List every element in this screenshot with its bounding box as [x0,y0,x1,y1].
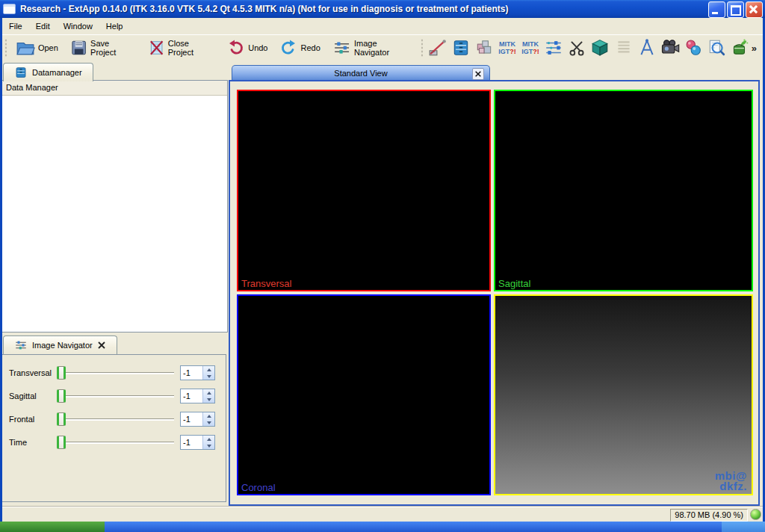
slider-handle[interactable] [57,412,66,426]
close-button[interactable] [746,1,763,18]
save-project-button[interactable]: Save Project [66,37,140,59]
close-project-label: Close Project [168,39,215,57]
redo-button[interactable]: Redo [275,37,324,59]
maximize-icon [731,5,741,16]
tab-datamanager[interactable]: Datamanager [3,63,93,81]
frontal-spin-input[interactable] [181,412,202,426]
measurement-button[interactable] [427,37,448,59]
menu-help[interactable]: Help [99,19,130,33]
basket-button[interactable] [729,37,751,59]
datastorage-button[interactable] [450,37,471,59]
spin-down-button[interactable] [203,442,214,449]
tab-standard-view[interactable]: Standard View [232,65,490,80]
redo-arrow-icon [279,39,297,57]
viewport-transversal[interactable]: Transversal [237,90,491,291]
taskbar-tray[interactable] [722,522,765,532]
slider-track[interactable] [57,418,174,421]
transversal-slider[interactable] [57,365,174,381]
maximize-button[interactable] [727,1,744,18]
image-navigator-label: Image Navigator [354,39,412,57]
mbi-dkfz-watermark: mbi@ dkfz. [715,471,747,492]
memory-led-icon [750,509,761,520]
spin-up-button[interactable] [203,366,214,373]
compass-icon [637,38,657,58]
open-button[interactable]: Open [11,36,63,60]
down-arrow-icon [207,375,211,378]
transversal-spin-input[interactable] [181,366,202,380]
slider-handle[interactable] [57,389,66,403]
frontal-slider-label: Frontal [2,415,57,424]
slider-handle[interactable] [57,366,66,380]
viewport-3d[interactable]: mbi@ dkfz. [494,294,753,496]
toolbar-grip[interactable] [4,38,7,58]
up-arrow-icon [207,368,211,371]
mitk-igt-tracking-icon: MITK IGT?! [498,40,516,55]
undo-label: Undo [248,43,267,52]
close-document-icon [148,39,165,57]
tab-image-navigator[interactable]: Image Navigator [3,335,117,354]
image-statistics-button[interactable] [705,37,727,59]
close-view-icon [474,70,482,78]
movie-maker-button[interactable] [659,37,681,59]
image-navigator-panel: Transversal Sagittal Frontal [1,354,226,502]
datamanager-tree[interactable] [2,96,227,332]
toolbar: Open Save Project Close Project Undo [2,34,763,61]
minimize-button[interactable] [708,1,725,18]
mitk-igt-tracking-button[interactable]: MITK IGT?! [496,37,518,59]
floppy-disk-icon [70,39,87,57]
sagittal-slider[interactable] [57,388,174,404]
time-slider-label: Time [2,438,57,447]
viewport-sagittal[interactable]: Sagittal [494,90,753,291]
open-label: Open [38,43,58,52]
spin-up-button[interactable] [203,389,214,396]
slider-handle[interactable] [57,436,66,449]
datastorage-drawer-icon [451,38,471,58]
point-spheres-icon [684,38,703,58]
measurement-pen-icon [428,38,447,58]
spin-up-button[interactable] [203,412,214,419]
close-panel-icon[interactable] [97,341,106,350]
volume-cubes-icon [474,38,494,58]
down-arrow-icon [207,445,211,448]
close-project-button[interactable]: Close Project [143,37,220,59]
menu-window[interactable]: Window [57,19,99,33]
logging-button[interactable] [613,37,634,59]
time-slider[interactable] [57,434,174,451]
cube-view-button[interactable] [589,37,611,59]
up-arrow-icon [207,415,211,418]
segmentation-button[interactable] [566,37,588,59]
point-set-button[interactable] [682,37,704,59]
viewport-coronal[interactable]: Coronal [237,294,491,496]
start-button[interactable] [0,522,105,532]
titlebar: Research - ExtApp 0.14.0 (ITK 3.16.0 VTK… [0,0,765,18]
image-navigator-button[interactable]: Image Navigator [328,36,417,60]
slider-track[interactable] [57,372,174,374]
spin-down-button[interactable] [203,373,214,380]
menu-file[interactable]: File [2,19,29,33]
measurement-toolbox-button[interactable] [636,37,657,59]
spin-up-button[interactable] [203,436,214,442]
menubar: File Edit Window Help [2,18,763,35]
mitk-igt-navigation-button[interactable]: MITK IGT?! [520,37,542,59]
spin-down-button[interactable] [203,419,214,426]
time-spin-input[interactable] [181,436,202,449]
slider-track[interactable] [57,395,174,398]
close-view-button[interactable] [472,68,484,80]
standard-view-tab-label: Standard View [334,69,387,78]
frontal-slider[interactable] [57,411,174,427]
datamanager-header: Data Manager [2,81,227,96]
properties-button[interactable] [543,37,565,59]
undo-arrow-icon [227,39,245,57]
menu-edit[interactable]: Edit [29,19,57,33]
volume-visualization-button[interactable] [473,37,495,59]
slider-track[interactable] [57,442,174,444]
sagittal-spin-input[interactable] [181,389,202,403]
minimize-icon [712,12,718,14]
taskbar-main[interactable] [105,522,722,532]
teal-cube-icon [590,38,610,58]
undo-button[interactable]: Undo [223,37,272,59]
toolbar-grip[interactable] [421,38,424,58]
spin-down-button[interactable] [203,396,214,403]
toolbar-overflow-button[interactable]: » [752,43,757,54]
slider-row-transversal: Transversal [2,365,226,381]
